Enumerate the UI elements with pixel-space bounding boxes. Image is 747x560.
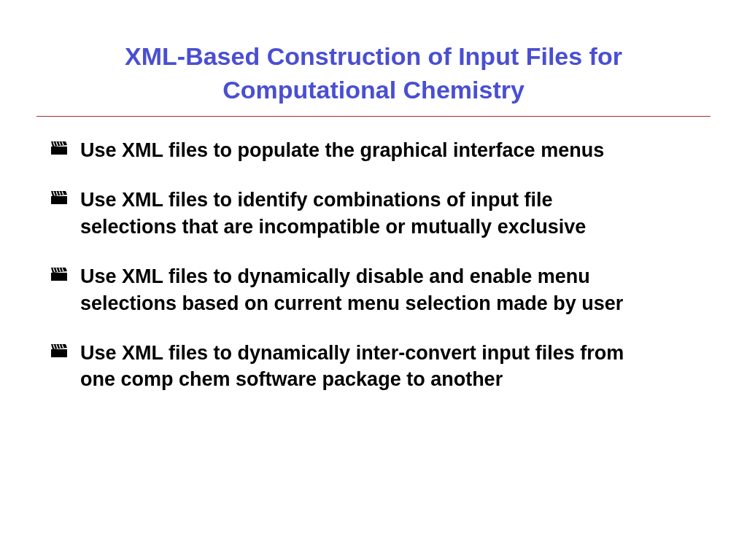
slide-title: XML-Based Construction of Input Files fo… — [36, 40, 711, 116]
bullet-list: Use XML files to populate the graphical … — [36, 137, 711, 393]
list-item: Use XML files to populate the graphical … — [51, 137, 703, 163]
clapboard-icon — [51, 141, 67, 155]
list-item: Use XML files to dynamically disable and… — [51, 263, 703, 316]
bullet-text: Use XML files to identify combinations o… — [80, 187, 703, 240]
bullet-text: Use XML files to populate the graphical … — [80, 137, 703, 163]
svg-rect-6 — [51, 196, 67, 204]
slide: XML-Based Construction of Input Files fo… — [0, 0, 747, 560]
clapboard-icon — [51, 268, 67, 281]
title-divider — [36, 116, 711, 117]
bullet-text: Use XML files to dynamically disable and… — [80, 263, 703, 316]
svg-rect-18 — [51, 349, 67, 357]
svg-rect-0 — [51, 147, 67, 155]
svg-rect-12 — [51, 273, 67, 281]
clapboard-icon — [51, 344, 67, 357]
list-item: Use XML files to dynamically inter-conve… — [51, 340, 703, 393]
list-item: Use XML files to identify combinations o… — [51, 187, 703, 240]
clapboard-icon — [51, 191, 67, 204]
bullet-text: Use XML files to dynamically inter-conve… — [80, 340, 703, 393]
